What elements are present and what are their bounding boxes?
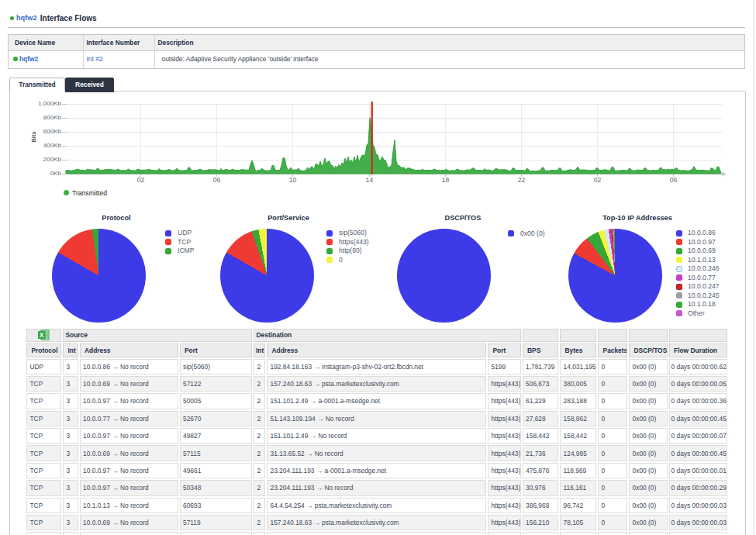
svg-text:X: X: [40, 331, 44, 339]
